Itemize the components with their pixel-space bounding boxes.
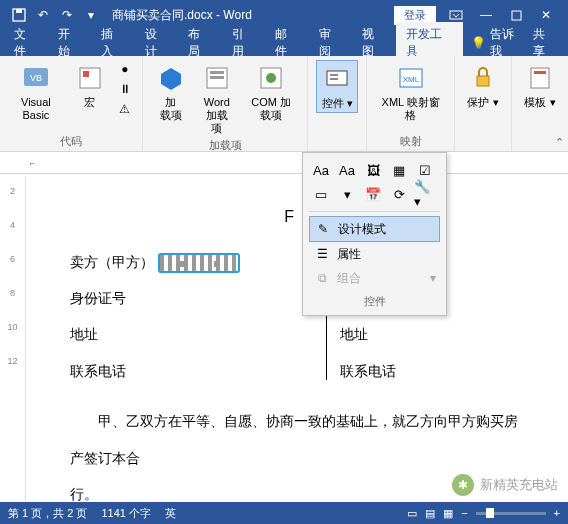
properties-label: 属性 [337,246,361,263]
visual-basic-icon: VB [20,62,52,94]
com-addins-label: COM 加载项 [247,96,296,122]
repeating-section-control-icon[interactable]: ⟳ [387,183,411,205]
xml-mapping-icon: XML [395,62,427,94]
checkbox-control-icon[interactable]: ☑ [413,159,437,181]
zoom-out-icon[interactable]: − [461,507,467,519]
controls-icon [321,63,353,95]
word-addins-button[interactable]: Word 加载项 [197,60,237,138]
seller-line: 卖方（甲方） [70,244,240,280]
ribbon-group-code: VB Visual Basic 宏 ● ⏸ ⚠ 代码 [0,56,143,151]
zoom-in-icon[interactable]: + [554,507,560,519]
ribbon: VB Visual Basic 宏 ● ⏸ ⚠ 代码 加 载项 Word 加载项 [0,56,568,152]
design-mode-item[interactable]: ✎ 设计模式 [309,216,440,242]
group-label-code: 代码 [60,134,82,149]
macro-security-icon[interactable]: ⚠ [116,100,134,118]
svg-rect-21 [534,71,546,74]
page-indicator[interactable]: 第 1 页，共 2 页 [8,506,87,521]
combobox-control-icon[interactable]: ▭ [309,183,333,205]
zoom-slider[interactable] [476,512,546,515]
horizontal-ruler[interactable]: ⌐ [0,152,568,174]
visual-basic-button[interactable]: VB Visual Basic [8,60,64,124]
addins-button[interactable]: 加 载项 [151,60,191,124]
svg-rect-3 [512,11,521,20]
svg-text:VB: VB [30,73,42,83]
lightbulb-icon: 💡 [471,36,486,50]
properties-item[interactable]: ☰ 属性 [309,242,440,266]
protect-icon [467,62,499,94]
seller-phone-line: 联系电话 [70,353,240,389]
svg-text:XML: XML [402,75,419,84]
ribbon-group-controls: 控件 ▾ [308,56,367,151]
vertical-ruler[interactable]: 24681012 [0,176,26,502]
doc-left-column: 卖方（甲方） 身份证号 地址 联系电话 [70,244,240,390]
design-mode-icon: ✎ [314,220,332,238]
read-mode-icon[interactable]: ▭ [407,507,417,520]
wechat-icon: ✱ [452,474,474,496]
minimize-icon[interactable]: — [472,4,500,26]
macros-button[interactable]: 宏 [70,60,110,111]
document-area: 24681012 F 卖方（甲方） 身份证号 地址 联系电话 买方（乙方） 身份… [0,176,568,502]
svg-rect-2 [450,11,462,19]
print-layout-icon[interactable]: ▤ [425,507,435,520]
building-block-control-icon[interactable]: ▦ [387,159,411,181]
pause-macro-icon[interactable]: ⏸ [116,80,134,98]
visual-basic-label: Visual Basic [12,96,60,122]
svg-rect-11 [210,76,224,79]
svg-point-13 [266,73,276,83]
close-icon[interactable]: ✕ [532,4,560,26]
statusbar: 第 1 页，共 2 页 1141 个字 英 ▭ ▤ ▦ − + [0,502,568,524]
group-label-addins: 加载项 [209,138,242,153]
document-page[interactable]: F 卖方（甲方） 身份证号 地址 联系电话 买方（乙方） 身份证号 地址 联系电… [26,176,568,502]
svg-rect-15 [330,74,338,76]
ribbon-group-addins: 加 载项 Word 加载项 COM 加载项 加载项 [143,56,309,151]
language-indicator[interactable]: 英 [165,506,176,521]
content-control-selected[interactable] [158,253,240,273]
group-item: ⧉ 组合 ▾ [309,266,440,290]
seller-id-line: 身份证号 [70,280,240,316]
picture-control-icon[interactable]: 🖼 [361,159,385,181]
legacy-tools-icon[interactable]: 🔧▾ [413,183,437,205]
word-count[interactable]: 1141 个字 [101,506,151,521]
record-macro-icon[interactable]: ● [116,60,134,78]
macros-label: 宏 [84,96,95,109]
xml-mapping-button[interactable]: XML XML 映射窗格 [375,60,446,124]
watermark-text: 新精英充电站 [480,476,558,494]
controls-menu-items: ✎ 设计模式 ☰ 属性 ⧉ 组合 ▾ [309,211,440,290]
com-addins-icon [255,62,287,94]
document-title: 商铺买卖合同.docx - Word [112,7,388,24]
web-layout-icon[interactable]: ▦ [443,507,453,520]
svg-rect-1 [16,9,22,13]
protect-button[interactable]: 保护 ▾ [463,60,503,111]
seller-address-line: 地址 [70,316,240,352]
ribbon-tabs: 文件 开始 插入 设计 布局 引用 邮件 审阅 视图 开发工具 💡 告诉我 共享 [0,30,568,56]
tab-selector-icon[interactable]: ⌐ [30,158,35,168]
share-button[interactable]: 共享 [525,26,565,60]
template-button[interactable]: 模板 ▾ [520,60,560,111]
dropdown-control-icon[interactable]: ▾ [335,183,359,205]
doc-header-fragment: F [70,196,294,238]
ribbon-collapse-icon[interactable]: ⌃ [555,136,564,149]
svg-rect-16 [330,78,338,80]
com-addins-button[interactable]: COM 加载项 [243,60,300,124]
ribbon-group-protect: 保护 ▾ [455,56,512,151]
controls-dropdown-panel: Aa Aa 🖼 ▦ ☑ ▭ ▾ 📅 ⟳ 🔧▾ ✎ 设计模式 ☰ 属性 ⧉ 组合 … [302,152,447,316]
code-small-buttons: ● ⏸ ⚠ [116,60,134,118]
template-icon [524,62,556,94]
group-label: 组合 [337,270,361,287]
buyer-address-line: 地址 [340,316,424,352]
controls-section-label: 控件 [309,294,440,309]
date-picker-control-icon[interactable]: 📅 [361,183,385,205]
group-icon: ⧉ [313,269,331,287]
properties-icon: ☰ [313,245,331,263]
xml-mapping-label: XML 映射窗格 [379,96,442,122]
maximize-icon[interactable] [502,4,530,26]
view-controls: ▭ ▤ ▦ − + [407,507,560,520]
controls-button[interactable]: 控件 ▾ [316,60,358,113]
plain-text-control-icon[interactable]: Aa [335,159,359,181]
tell-me-search[interactable]: 💡 告诉我 [471,26,525,60]
addins-icon [155,62,187,94]
rich-text-control-icon[interactable]: Aa [309,159,333,181]
control-icon-grid: Aa Aa 🖼 ▦ ☑ ▭ ▾ 📅 ⟳ 🔧▾ [309,159,440,205]
group-label-mapping: 映射 [400,134,422,149]
tell-me-label: 告诉我 [490,26,525,60]
